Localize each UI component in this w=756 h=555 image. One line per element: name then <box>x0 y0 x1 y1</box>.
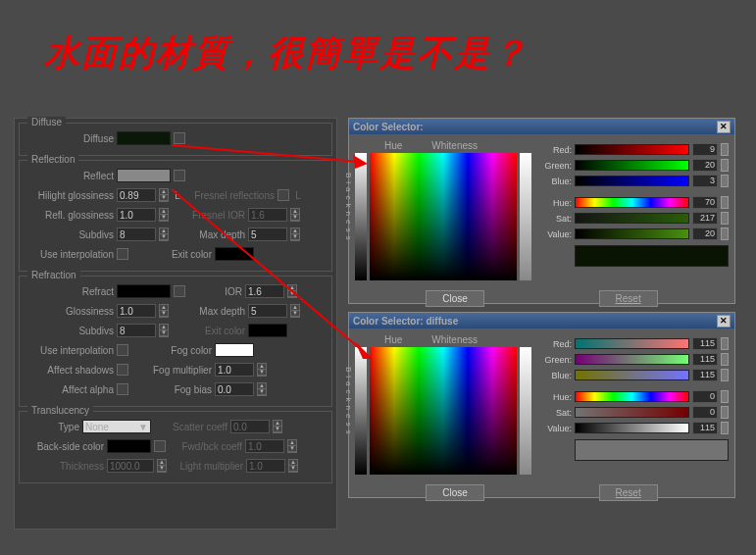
cs2-hue-input[interactable]: 0 <box>692 390 718 403</box>
diffuse-swatch[interactable] <box>117 131 171 145</box>
cs2-blue-input[interactable]: 115 <box>692 369 718 381</box>
reflection-legend: Reflection <box>27 154 78 165</box>
back-swatch[interactable] <box>107 439 151 453</box>
alpha-check[interactable] <box>117 383 128 395</box>
cs2-close-btn[interactable]: Close <box>426 484 484 501</box>
cs1-hue-input[interactable]: 70 <box>692 196 718 209</box>
rsubdivs-input[interactable]: 8 <box>117 324 156 337</box>
interp-check[interactable] <box>117 248 128 260</box>
cs2-hue-label: Hue <box>384 334 402 345</box>
back-map-button[interactable] <box>154 440 166 452</box>
subdivs-label: Subdivs <box>25 229 114 240</box>
cs1-green-spinner[interactable] <box>721 159 729 172</box>
maxdepth-spinner[interactable]: ▲▼ <box>290 227 300 241</box>
cs2-sat-slider[interactable] <box>575 407 689 418</box>
cs2-red-input[interactable]: 115 <box>692 337 718 350</box>
cs1-reset-btn[interactable]: Reset <box>599 290 658 307</box>
cs2-value-input[interactable]: 115 <box>692 422 718 434</box>
cs1-close-btn[interactable]: Close <box>426 290 484 307</box>
reflect-swatch[interactable] <box>117 169 171 182</box>
cs1-hue-spinner[interactable] <box>721 196 729 209</box>
cs1-blue-input[interactable]: 3 <box>692 175 718 187</box>
cs1-hue-field[interactable] <box>370 153 517 280</box>
cs1-red-slider[interactable] <box>575 144 689 155</box>
rinterp-check[interactable] <box>117 344 128 356</box>
type-select[interactable]: None▼ <box>82 420 151 433</box>
maxdepth-label: Max depth <box>172 229 245 240</box>
cs2-sat-input[interactable]: 0 <box>692 406 718 419</box>
fogbias-label: Fog bias <box>131 384 212 395</box>
cs1-green-input[interactable]: 20 <box>692 159 718 172</box>
refract-swatch[interactable] <box>117 284 171 298</box>
cs1-whiteness-bar[interactable] <box>520 153 531 280</box>
cs2-green-spinner[interactable] <box>721 353 729 366</box>
cs2-close-button[interactable]: ✕ <box>717 315 731 328</box>
fogbias-input[interactable]: 0.0 <box>215 382 254 396</box>
cs2-hue-field[interactable] <box>370 347 517 475</box>
cs1-hue-slider[interactable] <box>575 197 689 208</box>
cs2-value-spinner[interactable] <box>721 422 729 434</box>
ior-input[interactable]: 1.6 <box>245 284 284 298</box>
reflgloss-input[interactable]: 1.0 <box>117 208 156 222</box>
cs2-sat-spinner[interactable] <box>721 406 729 419</box>
maxdepth-input[interactable]: 5 <box>248 227 287 241</box>
cs2-red-slider[interactable] <box>575 338 689 349</box>
shadows-check[interactable] <box>117 364 128 376</box>
cs2-blackness-bar[interactable] <box>355 347 367 475</box>
cs2-blue-slider[interactable] <box>575 370 689 380</box>
material-panel: Diffuse Diffuse Reflection Reflect Hilig… <box>14 118 337 530</box>
fog-swatch[interactable] <box>215 343 254 357</box>
fogmult-spinner[interactable]: ▲▼ <box>257 363 267 377</box>
ior-spinner[interactable]: ▲▼ <box>287 284 297 298</box>
gloss-input[interactable]: 1.0 <box>117 304 156 318</box>
fogmult-input[interactable]: 1.0 <box>215 363 254 377</box>
diffuse-map-button[interactable] <box>174 132 185 144</box>
cs1-red-spinner[interactable] <box>721 143 729 156</box>
exit-swatch[interactable] <box>215 247 254 261</box>
rexit-label: Exit color <box>172 326 245 336</box>
cs1-value-slider[interactable] <box>575 228 689 239</box>
cs2-hue-spinner[interactable] <box>721 390 729 403</box>
cs1-value-input[interactable]: 20 <box>692 227 718 240</box>
cs1-titlebar[interactable]: Color Selector: ✕ <box>349 119 734 134</box>
cs1-value-spinner[interactable] <box>721 227 729 240</box>
cs2-titlebar[interactable]: Color Selector: diffuse ✕ <box>349 313 734 328</box>
cs2-whiteness-bar[interactable] <box>520 347 531 475</box>
cs1-sat-input[interactable]: 217 <box>692 212 718 225</box>
cs1-blue-spinner[interactable] <box>721 175 729 187</box>
subdivs-spinner[interactable]: ▲▼ <box>159 227 169 241</box>
hilight-input[interactable]: 0.89 <box>117 188 156 202</box>
rmaxdepth-spinner[interactable]: ▲▼ <box>290 304 300 318</box>
reflgloss-spinner[interactable]: ▲▼ <box>159 208 169 222</box>
translucency-legend: Translucency <box>27 405 93 416</box>
cs1-blue-slider[interactable] <box>575 176 689 186</box>
rmaxdepth-input[interactable]: 5 <box>248 304 287 318</box>
subdivs-input[interactable]: 8 <box>117 227 156 241</box>
cs1-sat-slider[interactable] <box>575 213 689 224</box>
cs1-close-button[interactable]: ✕ <box>717 121 731 133</box>
l-button[interactable]: L <box>172 190 183 201</box>
fresnel-check[interactable] <box>277 189 289 201</box>
cs1-blue-label: Blue: <box>537 177 572 186</box>
cs1-sat-spinner[interactable] <box>721 212 729 225</box>
cs2-green-input[interactable]: 115 <box>692 353 718 366</box>
fogbias-spinner[interactable]: ▲▼ <box>257 382 267 396</box>
cs2-blue-spinner[interactable] <box>721 369 729 381</box>
ior-label: IOR <box>188 286 242 297</box>
cs1-blackness-bar[interactable] <box>355 153 367 280</box>
l2-button[interactable]: L <box>292 190 304 201</box>
cs2-hue-slider[interactable] <box>575 391 689 402</box>
rexit-swatch[interactable] <box>248 324 287 337</box>
rsubdivs-spinner[interactable]: ▲▼ <box>159 324 169 337</box>
cs2-red-spinner[interactable] <box>721 337 729 350</box>
cs2-value-slider[interactable] <box>575 423 689 433</box>
cs2-reset-btn[interactable]: Reset <box>599 484 658 501</box>
refract-map-button[interactable] <box>174 285 185 297</box>
gloss-spinner[interactable]: ▲▼ <box>159 304 169 318</box>
cs1-red-input[interactable]: 9 <box>692 143 718 156</box>
cs1-green-slider[interactable] <box>575 160 689 171</box>
thick-spinner: ▲▼ <box>157 459 167 473</box>
reflect-map-button[interactable] <box>174 170 185 181</box>
cs2-green-slider[interactable] <box>575 354 689 365</box>
hilight-spinner[interactable]: ▲▼ <box>159 188 169 202</box>
